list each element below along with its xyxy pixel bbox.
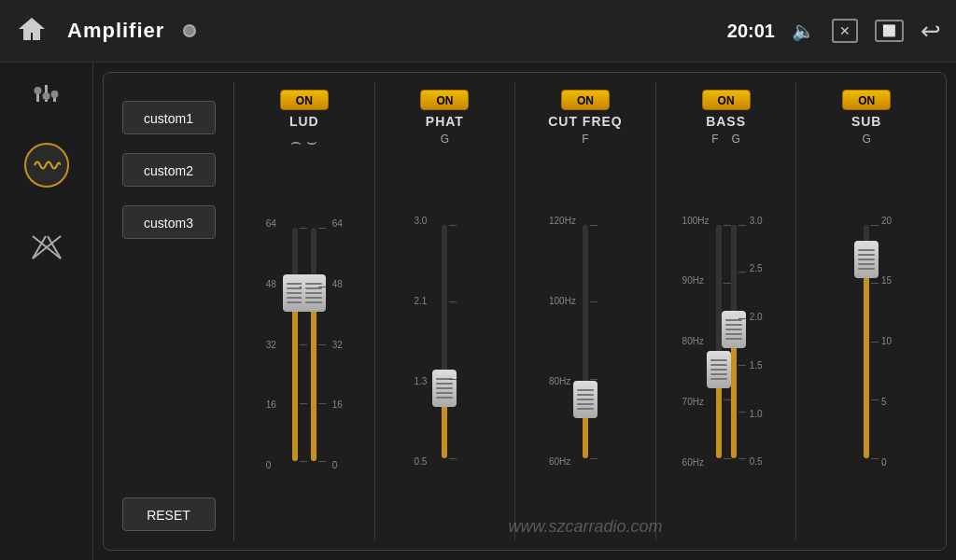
- sub-slider-thumb[interactable]: [854, 241, 879, 278]
- sub-slider-track[interactable]: [864, 225, 869, 458]
- svg-point-3: [34, 87, 41, 94]
- svg-point-5: [50, 91, 58, 98]
- bass-name: BASS: [706, 114, 746, 129]
- phat-name: PHAT: [426, 114, 464, 129]
- sub-name: SUB: [851, 114, 882, 129]
- left-sidebar: [0, 63, 93, 560]
- svg-line-6: [33, 236, 46, 259]
- close-button[interactable]: ✕: [832, 19, 858, 43]
- volume-icon[interactable]: 🔈: [792, 20, 815, 42]
- phat-on-button[interactable]: ON: [420, 90, 469, 110]
- home-button[interactable]: [15, 12, 49, 49]
- bass-slider-f-thumb[interactable]: [707, 351, 731, 388]
- sidebar-waveform-icon[interactable]: [24, 143, 69, 188]
- channel-cutfreq: ON CUT FREQ F 120Hz100Hz80Hz60Hz: [515, 82, 656, 540]
- svg-point-4: [42, 92, 49, 100]
- cutfreq-slider-track[interactable]: [583, 225, 588, 458]
- bass-on-button[interactable]: ON: [702, 90, 751, 110]
- lud-slider-2-track[interactable]: [311, 228, 316, 461]
- bass-slider-g-track[interactable]: [731, 225, 737, 458]
- top-bar: Amplifier 20:01 🔈 ✕ ⬜ ↩: [0, 0, 956, 63]
- custom3-button[interactable]: custom3: [122, 205, 216, 239]
- lud-slider-1-track[interactable]: [292, 228, 298, 461]
- channel-phat: ON PHAT G 3.02.11.30.5: [375, 82, 516, 540]
- time-display: 20:01: [727, 21, 775, 42]
- sub-on-button[interactable]: ON: [842, 90, 891, 110]
- app-title: Amplifier: [67, 19, 164, 43]
- sidebar-equalizer-icon[interactable]: [33, 81, 61, 115]
- amp-panel: custom1 custom2 custom3 RESET ON LUD ⌢ ⌣…: [103, 72, 947, 551]
- lud-name: LUD: [289, 114, 319, 129]
- channels-area: ON LUD ⌢ ⌣ 644832160: [234, 82, 936, 540]
- custom2-button[interactable]: custom2: [122, 153, 216, 187]
- cutfreq-name: CUT FREQ: [548, 114, 623, 129]
- phat-slider-thumb[interactable]: [432, 370, 457, 407]
- back-button[interactable]: ↩: [921, 17, 941, 46]
- presets-column: custom1 custom2 custom3 RESET: [113, 82, 234, 540]
- lud-on-button[interactable]: ON: [280, 90, 329, 110]
- lud-curve: ⌢ ⌣: [290, 133, 317, 152]
- channel-sub: ON SUB G 20151050: [796, 82, 936, 540]
- channel-lud: ON LUD ⌢ ⌣ 644832160: [234, 82, 375, 540]
- bass-slider-g-thumb[interactable]: [722, 311, 746, 348]
- sidebar-crossover-icon[interactable]: [31, 234, 63, 266]
- phat-slider-track[interactable]: [442, 225, 447, 458]
- svg-line-7: [48, 236, 61, 259]
- cutfreq-on-button[interactable]: ON: [561, 90, 610, 110]
- custom1-button[interactable]: custom1: [122, 101, 216, 134]
- channel-bass: ON BASS FG 100Hz90Hz80Hz70Hz60Hz: [656, 82, 797, 540]
- window-button[interactable]: ⬜: [875, 20, 904, 42]
- reset-button[interactable]: RESET: [122, 497, 216, 531]
- cutfreq-slider-thumb[interactable]: [573, 381, 598, 418]
- status-dot: [183, 24, 196, 37]
- lud-slider-2-thumb[interactable]: [302, 274, 326, 312]
